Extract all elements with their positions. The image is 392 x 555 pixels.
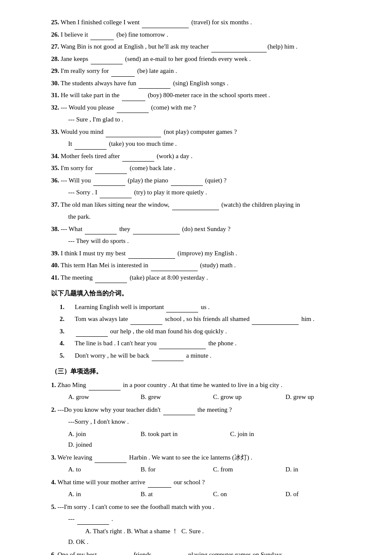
prep-q1-text: Learning English well is important us .	[72, 302, 210, 313]
q36-text: 36. --- Will you (play) the piano (quiet…	[51, 175, 227, 186]
mc-q4: 4. What time will your mother arrive our…	[51, 477, 358, 500]
q30: 30. The students always have fun (sing) …	[51, 78, 358, 89]
mc-q1-optD: D. grew up	[285, 392, 354, 403]
q33-reply-text: It (take) you too much time .	[68, 140, 177, 147]
q31: 31. He will take part in the (boy) 800-m…	[51, 90, 358, 101]
q37-line2: the park.	[68, 211, 358, 223]
q32-reply: --- Sure , I'm glad to .	[68, 114, 358, 125]
q41: 41. The meeting (take) place at 8:00 yes…	[51, 272, 358, 283]
mc-q6-text: 6. One of my best friends playing comput…	[51, 549, 358, 555]
mc-q1-optA: A. grow	[68, 392, 136, 403]
mc-q5-sub: --- .	[68, 514, 358, 525]
mc-q5-options: A. That's right . B. What a shame ！ C. S…	[68, 526, 358, 548]
q34-text: 34. Mother feels tired after (work) a da…	[51, 151, 193, 162]
q40: 40. This term Han Mei is interested in (…	[51, 260, 358, 271]
mc-q5: 5. ---I'm sorry . I can't come to see th…	[51, 502, 358, 548]
mc-q2-text: 2. ---Do you know why your teacher didn'…	[51, 405, 358, 416]
q27-text: 27. Wang Bin is not good at English , bu…	[51, 41, 297, 52]
q35: 35. I'm sorry for (come) back late .	[51, 163, 358, 174]
q35-text: 35. I'm sorry for (come) back late .	[51, 163, 176, 174]
q28-text: 28. Jane keeps (send) an e-mail to her g…	[51, 54, 251, 65]
q38-reply: --- They will do sports .	[68, 236, 358, 247]
preposition-title: 以下几题填入恰当的介词。	[51, 288, 358, 299]
q30-text: 30. The students always have fun (sing) …	[51, 78, 228, 89]
q41-text: 41. The meeting (take) place at 8:00 yes…	[51, 272, 208, 283]
q37-line1: 37. The old man likes sitting near the w…	[51, 199, 358, 211]
mc-q5-optD: D. OK .	[68, 537, 136, 548]
q29: 29. I'm really sorry for (be) late again…	[51, 66, 358, 77]
mc-q5-text: 5. ---I'm sorry . I can't come to see th…	[51, 502, 358, 513]
q27: 27. Wang Bin is not good at English , bu…	[51, 41, 358, 52]
mc-q4-optD: D. of	[285, 489, 354, 500]
mc-q5-optABC: A. That's right . B. What a shame ！ C. S…	[85, 526, 290, 537]
prep-q3-text: our help , the old man found his dog qui…	[72, 326, 227, 337]
prep-q1: 1. Learning English well is important us…	[60, 302, 358, 313]
prep-q4-text: The line is bad . I can't hear you the p…	[72, 338, 236, 349]
q33-reply: It (take) you too much time .	[68, 139, 358, 150]
mc-q2-optB: B. took part in	[141, 429, 226, 440]
mc-q2-options: A. join B. took part in C. join in D. jo…	[68, 429, 358, 451]
q32-text: 32. --- Would you please (come) with me …	[51, 102, 196, 113]
q36-reply-text: --- Sorry . I (try) to play it more quie…	[68, 189, 207, 196]
q25-text: 25. When I finished college I went (trav…	[51, 17, 252, 28]
prep-q4: 4. The line is bad . I can't hear you th…	[60, 338, 358, 349]
mc-q1-optB: B. grew	[141, 392, 209, 403]
q40-text: 40. This term Han Mei is interested in (…	[51, 260, 236, 271]
mc-q2-optA: A. join	[68, 429, 136, 440]
q34: 34. Mother feels tired after (work) a da…	[51, 151, 358, 162]
mc-q4-optA: A. in	[68, 489, 136, 500]
mc-q2-sub: ---Sorry , I don't know .	[68, 416, 358, 428]
prep-q5: 5. Don't worry , he will be back a minut…	[60, 350, 358, 361]
q37-text: 37. The old man likes sitting near the w…	[51, 199, 300, 211]
mc-q3-optC: C. from	[213, 464, 281, 475]
q33: 33. Would you mind (not play) computer g…	[51, 127, 358, 138]
q36: 36. --- Will you (play) the piano (quiet…	[51, 175, 358, 186]
q39-text: 39. I think I must try my best (improve)…	[51, 248, 237, 259]
q38-reply-text: --- They will do sports .	[68, 237, 129, 244]
prep-q5-text: Don't worry , he will be back a minute .	[72, 350, 211, 361]
mc-q2: 2. ---Do you know why your teacher didn'…	[51, 405, 358, 451]
mc-q1-options: A. grow B. grew C. grow up D. grew up	[68, 392, 358, 403]
mc-q3-optD: D. in	[285, 464, 354, 475]
q25: 25. When I finished college I went (trav…	[51, 17, 358, 28]
q37-continuation: the park.	[68, 213, 90, 220]
mc-q4-options: A. in B. at C. on D. of	[68, 489, 358, 500]
mc-title: （三）单项选择。	[51, 366, 358, 377]
q39: 39. I think I must try my best (improve)…	[51, 248, 358, 259]
mc-q3-options: A. to B. for C. from D. in	[68, 464, 358, 475]
q32: 32. --- Would you please (come) with me …	[51, 102, 358, 113]
q26-text: 26. I believe it (be) fine tomorrow .	[51, 29, 168, 40]
q36-reply: --- Sorry . I (try) to play it more quie…	[68, 187, 358, 198]
preposition-section: 以下几题填入恰当的介词。 1. Learning English well is…	[51, 288, 358, 361]
mc-q1: 1. Zhao Ming in a poor country . At that…	[51, 380, 358, 403]
q29-text: 29. I'm really sorry for (be) late again…	[51, 66, 177, 77]
prep-q2: 2. Tom was always late school , so his f…	[60, 314, 358, 325]
mc-q2-optC: C. join in	[230, 429, 298, 440]
mc-q3-optB: B. for	[141, 464, 209, 475]
prep-q2-text: Tom was always late school , so his frie…	[72, 314, 314, 325]
mc-q6: 6. One of my best friends playing comput…	[51, 549, 358, 555]
fill-verb-section: 25. When I finished college I went (trav…	[51, 17, 358, 283]
mc-q1-optC: C. grow up	[213, 392, 281, 403]
q38-text: 38. --- What they (do) next Sunday ?	[51, 224, 231, 235]
mc-q3: 3. We're leaving Harbin . We want to see…	[51, 452, 358, 475]
q26: 26. I believe it (be) fine tomorrow .	[51, 29, 358, 40]
mc-q4-optB: B. at	[141, 489, 209, 500]
mc-q4-text: 4. What time will your mother arrive our…	[51, 477, 358, 488]
mc-q2-optD: D. joined	[68, 439, 136, 451]
preposition-list: 1. Learning English well is important us…	[51, 302, 358, 361]
prep-q3: 3. our help , the old man found his dog …	[60, 326, 358, 337]
mc-q3-optA: A. to	[68, 464, 136, 475]
q38: 38. --- What they (do) next Sunday ?	[51, 224, 358, 235]
q31-text: 31. He will take part in the (boy) 800-m…	[51, 90, 270, 101]
mc-q1-text: 1. Zhao Ming in a poor country . At that…	[51, 380, 358, 391]
mc-q4-optC: C. on	[213, 489, 281, 500]
worksheet-content: 25. When I finished college I went (trav…	[51, 17, 358, 555]
mc-section: （三）单项选择。 1. Zhao Ming in a poor country …	[51, 366, 358, 555]
q28: 28. Jane keeps (send) an e-mail to her g…	[51, 54, 358, 65]
mc-q3-text: 3. We're leaving Harbin . We want to see…	[51, 452, 358, 463]
q33-text: 33. Would you mind (not play) computer g…	[51, 127, 237, 138]
